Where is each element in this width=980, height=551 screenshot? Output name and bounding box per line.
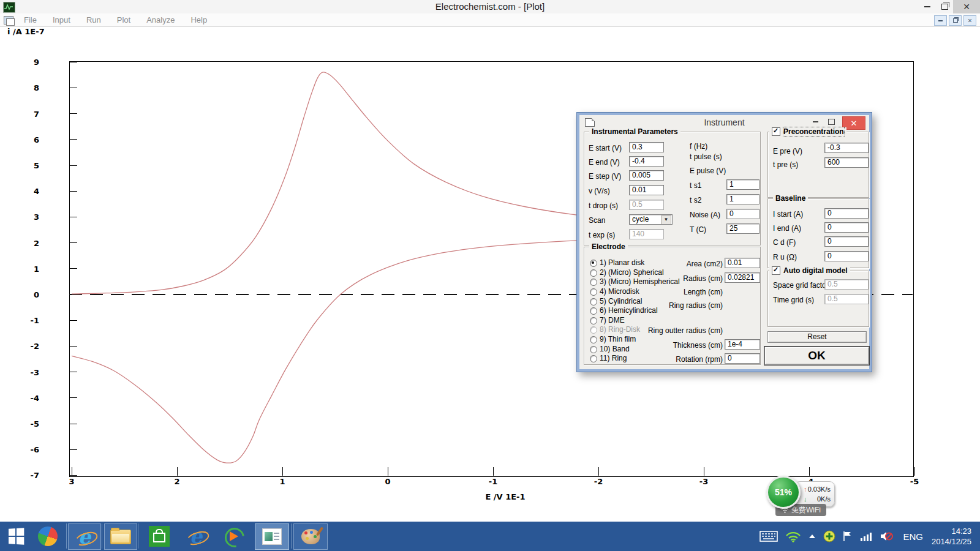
taskbar-paint-icon[interactable] <box>293 523 328 550</box>
t-drop-input[interactable]: 0.5 <box>629 200 664 210</box>
auto-digital-checkbox[interactable] <box>772 266 780 275</box>
free-wifi-label: 免费WiFi <box>791 504 821 516</box>
show-hidden-icons-button[interactable] <box>809 534 816 539</box>
instrument-dialog: Instrument ✕ Instrumental Parameters E s… <box>576 112 872 372</box>
field-label: t exp (s) <box>589 230 615 240</box>
dialog-minimize-button[interactable] <box>808 116 823 127</box>
space-grid-input[interactable]: 0.5 <box>824 279 869 290</box>
t-s2-input[interactable]: 1 <box>726 194 760 204</box>
taskbar-file-explorer-icon[interactable] <box>104 523 137 550</box>
i-start-input[interactable]: 0 <box>824 208 869 219</box>
scan-mode-dropdown[interactable]: cycle ▼ <box>629 214 673 225</box>
field-label: Space grid factor <box>773 280 829 290</box>
taskbar: e e <box>0 522 980 551</box>
e-start-input[interactable]: 0.3 <box>629 142 664 152</box>
field-label: Area (cm2) <box>621 259 723 269</box>
radio-ring-disk <box>590 326 597 334</box>
scan-mode-value: cycle <box>632 215 649 223</box>
taskbar-tencent-video-icon[interactable] <box>219 522 246 551</box>
memory-usage-ball[interactable]: 51% <box>766 476 801 509</box>
taskbar-windows-store-icon[interactable] <box>146 522 173 551</box>
field-label: E end (V) <box>589 157 620 167</box>
antivirus-tray-icon[interactable] <box>823 530 835 542</box>
field-label: E step (V) <box>589 171 621 181</box>
ok-button[interactable]: OK <box>764 346 870 365</box>
radio-band[interactable] <box>590 346 597 353</box>
upload-arrow-icon: ↑ <box>804 484 807 494</box>
scan-rate-input[interactable]: 0.01 <box>629 185 664 195</box>
field-label: C d (F) <box>773 238 796 247</box>
thickness-input[interactable]: 1e-4 <box>725 339 760 350</box>
reset-button[interactable]: Reset <box>767 331 867 343</box>
volume-muted-icon[interactable] <box>880 531 893 542</box>
taskbar-electrochemist-app-icon[interactable] <box>255 523 289 550</box>
language-indicator[interactable]: ENG <box>903 531 923 542</box>
noise-input[interactable]: 0 <box>726 209 760 219</box>
group-preconcentration: Preconcentration E pre (V) -0.3 t pre (s… <box>767 132 869 198</box>
time-grid-input[interactable]: 0.5 <box>824 294 869 304</box>
field-label: R u (Ω) <box>773 252 797 262</box>
group-title: Instrumental Parameters <box>589 127 680 136</box>
field-label: t s1 <box>690 181 701 190</box>
radius-input[interactable]: 0.02821 <box>725 272 760 283</box>
taskbar-ie-desktop-icon[interactable]: e <box>183 522 209 551</box>
temperature-input[interactable]: 25 <box>726 223 760 234</box>
touch-keyboard-icon[interactable] <box>760 530 778 542</box>
radio-planar-disk[interactable] <box>590 260 597 267</box>
field-label: Thickness (cm) <box>621 340 723 350</box>
e-pre-input[interactable]: -0.3 <box>824 143 869 153</box>
field-label: t pre (s) <box>773 160 798 170</box>
radio-ring[interactable] <box>590 355 597 362</box>
wifi-status-icon[interactable] <box>785 530 801 542</box>
field-label: v (V/s) <box>589 186 610 196</box>
area-input[interactable]: 0.01 <box>725 258 760 268</box>
group-title: Preconcentration <box>783 127 844 136</box>
date: 2014/12/25 <box>932 536 971 547</box>
start-button[interactable] <box>4 522 28 551</box>
radio-micro-hemispherical[interactable] <box>590 279 597 286</box>
ru-input[interactable]: 0 <box>824 251 869 261</box>
field-label: E start (V) <box>589 143 622 153</box>
group-title: Electrode <box>589 242 628 251</box>
t-s1-input[interactable]: 1 <box>726 179 760 190</box>
group-auto-digital-model: Auto digital model Space grid factor 0.5… <box>767 271 869 327</box>
action-center-flag-icon[interactable] <box>843 531 853 542</box>
group-title: Auto digital model <box>783 266 848 275</box>
field-label: I end (A) <box>773 223 801 233</box>
radio-dme[interactable] <box>590 317 597 324</box>
upload-speed: 0.03K/s <box>808 484 831 494</box>
dialog-maximize-button[interactable] <box>824 116 839 127</box>
e-step-input[interactable]: 0.005 <box>629 170 664 181</box>
i-end-input[interactable]: 0 <box>824 222 869 233</box>
taskbar-internet-explorer-icon[interactable]: e <box>68 523 101 550</box>
field-label: Length (cm) <box>621 287 723 297</box>
radio-thin-film[interactable] <box>590 336 597 343</box>
field-label: f (Hz) <box>690 141 707 151</box>
field-label: Ring outter radius (cm) <box>621 326 723 335</box>
download-arrow-icon: ↓ <box>804 494 807 504</box>
radio-microdisk[interactable] <box>590 288 597 296</box>
e-end-input[interactable]: -0.4 <box>629 156 664 167</box>
rotation-input[interactable]: 0 <box>725 353 760 364</box>
taskbar-360-browser-icon[interactable] <box>36 522 60 551</box>
time: 14:23 <box>932 526 971 536</box>
group-electrode: Electrode 1) Planar disk 2) (Micro) Sphe… <box>584 247 761 365</box>
t-exp-input[interactable]: 140 <box>629 229 664 239</box>
cd-input[interactable]: 0 <box>824 236 869 247</box>
field-label: t drop (s) <box>589 201 618 211</box>
radio-micro-spherical[interactable] <box>590 269 597 277</box>
group-title: Baseline <box>773 194 808 203</box>
signal-strength-icon[interactable] <box>860 531 872 541</box>
clock[interactable]: 14:23 2014/12/25 <box>932 526 971 547</box>
field-label: t s2 <box>690 195 701 205</box>
chevron-down-icon[interactable]: ▼ <box>661 216 671 225</box>
radio-cylindrical[interactable] <box>590 298 597 305</box>
field-label: E pre (V) <box>773 146 802 156</box>
windows-logo-icon <box>9 528 24 544</box>
radio-hemicylindrical[interactable] <box>590 307 597 315</box>
field-label: Scan <box>589 216 605 225</box>
field-label: I start (A) <box>773 209 803 219</box>
preconcentration-checkbox[interactable] <box>772 127 780 136</box>
field-label: Ring radius (cm) <box>621 301 723 310</box>
t-pre-input[interactable]: 600 <box>824 157 869 168</box>
